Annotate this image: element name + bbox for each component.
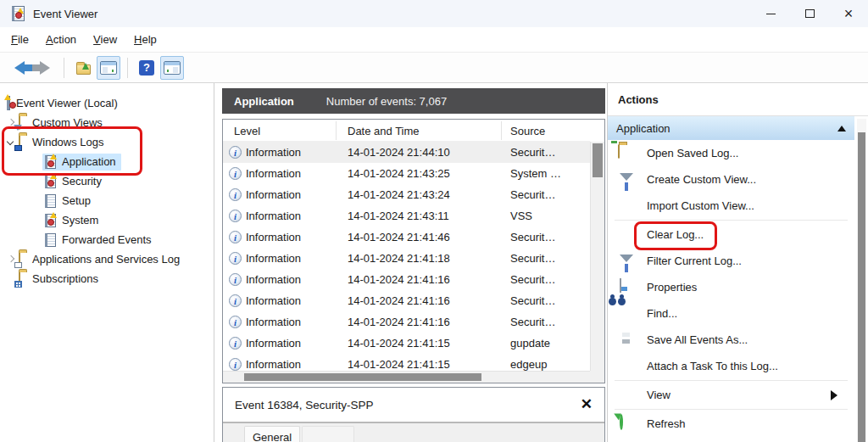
column-header-level[interactable]: Level — [223, 121, 337, 140]
cell-datetime: 14-01-2024 21:41:16 — [337, 294, 502, 307]
actions-section-header[interactable]: Application — [608, 116, 854, 140]
close-button[interactable]: × — [829, 0, 868, 27]
tree-item-label: Setup — [62, 194, 91, 207]
show-console-tree-button[interactable] — [97, 56, 120, 80]
scrollbar-thumb[interactable] — [858, 132, 865, 442]
menubar: File Action View Help — [0, 27, 868, 53]
cell-datetime: 14-01-2024 21:41:16 — [337, 316, 502, 328]
preview-title: Event 16384, Security-SPP — [235, 399, 374, 411]
custom-views-folder-icon — [19, 116, 20, 129]
show-action-pane-button[interactable] — [160, 56, 184, 80]
cell-level: Information — [246, 316, 301, 328]
tab-general[interactable]: General — [244, 426, 300, 442]
tree-item-system[interactable]: System — [0, 210, 214, 230]
windows-logs-folder-icon — [19, 136, 20, 148]
actions-vertical-scrollbar[interactable] — [857, 119, 866, 442]
table-row[interactable]: iInformation 14-01-2024 21:44:10 Securit… — [223, 142, 590, 163]
table-row[interactable]: iInformation 14-01-2024 21:41:15 gupdate — [223, 333, 590, 354]
cell-source: Securit… — [502, 273, 590, 286]
forward-button[interactable] — [33, 56, 57, 80]
column-header-date[interactable]: Date and Time — [337, 121, 502, 140]
table-row[interactable]: iInformation 14-01-2024 21:41:16 Securit… — [223, 269, 590, 290]
information-icon: i — [229, 316, 242, 328]
scrollbar-thumb[interactable] — [244, 373, 481, 381]
table-row[interactable]: iInformation 14-01-2024 21:43:11 VSS — [223, 205, 590, 227]
cell-datetime: 14-01-2024 21:43:25 — [337, 167, 502, 180]
tree-item-application[interactable]: Application — [0, 152, 214, 171]
filter-icon — [618, 171, 637, 188]
action-save-all-events[interactable]: Save All Events As... — [608, 327, 848, 353]
tree-item-label: Security — [62, 175, 102, 187]
table-row[interactable]: iInformation 14-01-2024 21:43:24 Securit… — [223, 184, 590, 205]
tree-item-windows-logs[interactable]: Windows Logs — [0, 132, 214, 152]
tree-item-applications-and-services[interactable]: Applications and Services Log — [0, 249, 214, 269]
action-view[interactable]: View — [608, 382, 848, 408]
action-properties[interactable]: Properties — [608, 274, 848, 300]
tab-hidden[interactable] — [302, 426, 354, 442]
action-import-custom-view[interactable]: Import Custom View... — [608, 193, 848, 219]
minimize-button[interactable] — [751, 0, 790, 27]
tree-item-forwarded-events[interactable]: Forwarded Events — [0, 230, 214, 249]
tree-item-subscriptions[interactable]: Subscriptions — [0, 269, 214, 288]
table-horizontal-scrollbar[interactable] — [223, 371, 590, 383]
tree-item-label: Application — [62, 155, 116, 168]
action-create-custom-view[interactable]: Create Custom View... — [608, 166, 848, 193]
back-button[interactable] — [8, 56, 31, 80]
action-label: Create Custom View... — [647, 173, 756, 186]
tree-item-security[interactable]: Security — [0, 171, 214, 191]
app-services-folder-icon — [19, 253, 20, 266]
actions-panel: Actions Application Open Saved Log... Cr… — [607, 83, 868, 442]
help-button[interactable]: ? — [135, 56, 159, 80]
cell-datetime: 14-01-2024 21:41:15 — [337, 337, 502, 350]
action-open-saved-log[interactable]: Open Saved Log... — [608, 140, 848, 166]
collapse-up-icon[interactable] — [837, 126, 846, 131]
menu-help[interactable]: Help — [125, 29, 165, 50]
toolbar-separator — [64, 58, 64, 78]
preview-close-button[interactable]: ✕ — [581, 400, 593, 410]
properties-icon — [618, 279, 637, 296]
event-preview-pane: Event 16384, Security-SPP ✕ General — [222, 387, 605, 442]
cell-level: Information — [246, 210, 301, 222]
table-row[interactable]: iInformation 14-01-2024 21:41:16 Securit… — [223, 290, 590, 311]
cell-level: Information — [246, 231, 301, 243]
no-icon — [618, 198, 637, 215]
action-find[interactable]: Find... — [608, 300, 848, 327]
tree-item-custom-views[interactable]: Custom Views — [0, 113, 214, 132]
table-row[interactable]: iInformation 14-01-2024 21:41:16 Securit… — [223, 311, 590, 333]
maximize-button[interactable] — [790, 0, 829, 27]
column-header-source[interactable]: Source — [502, 121, 590, 140]
table-row[interactable]: iInformation 14-01-2024 21:41:46 Securit… — [223, 227, 590, 248]
help-icon: ? — [139, 60, 154, 76]
table-row[interactable]: iInformation 14-01-2024 21:43:25 System … — [223, 163, 590, 184]
open-folder-icon — [618, 145, 637, 162]
up-one-level-button[interactable] — [71, 56, 95, 80]
cell-level: Information — [246, 358, 301, 371]
information-icon: i — [229, 210, 242, 222]
forward-arrow-icon — [40, 61, 50, 75]
menu-action[interactable]: Action — [37, 29, 85, 50]
menu-view[interactable]: View — [85, 29, 125, 50]
tree-item-setup[interactable]: Setup — [0, 191, 214, 210]
action-attach-task[interactable]: Attach a Task To this Log... — [608, 353, 848, 379]
information-icon: i — [229, 252, 242, 265]
subscriptions-folder-icon — [19, 272, 20, 285]
security-log-icon — [45, 175, 56, 188]
action-refresh[interactable]: Refresh — [608, 411, 848, 437]
tree-item-root[interactable]: Event Viewer (Local) — [0, 93, 214, 113]
table-row[interactable]: iInformation 14-01-2024 21:41:15 edgeup — [223, 354, 590, 371]
action-clear-log[interactable]: Clear Log... — [608, 221, 848, 248]
scrollbar-thumb[interactable] — [593, 143, 603, 177]
table-vertical-scrollbar[interactable] — [590, 142, 604, 371]
submenu-arrow-icon — [831, 390, 837, 400]
forwarded-events-log-icon — [45, 233, 56, 247]
information-icon: i — [229, 358, 242, 371]
action-label: Open Saved Log... — [647, 147, 738, 159]
action-filter-current-log[interactable]: Filter Current Log... — [608, 248, 848, 274]
maximize-icon — [805, 9, 815, 18]
actions-separator — [615, 409, 848, 410]
action-label: Find... — [647, 307, 677, 320]
action-label: Import Custom View... — [647, 199, 754, 212]
event-viewer-root-icon — [7, 97, 10, 109]
table-row[interactable]: iInformation 14-01-2024 21:41:18 Securit… — [223, 248, 590, 269]
menu-file[interactable]: File — [3, 29, 37, 50]
